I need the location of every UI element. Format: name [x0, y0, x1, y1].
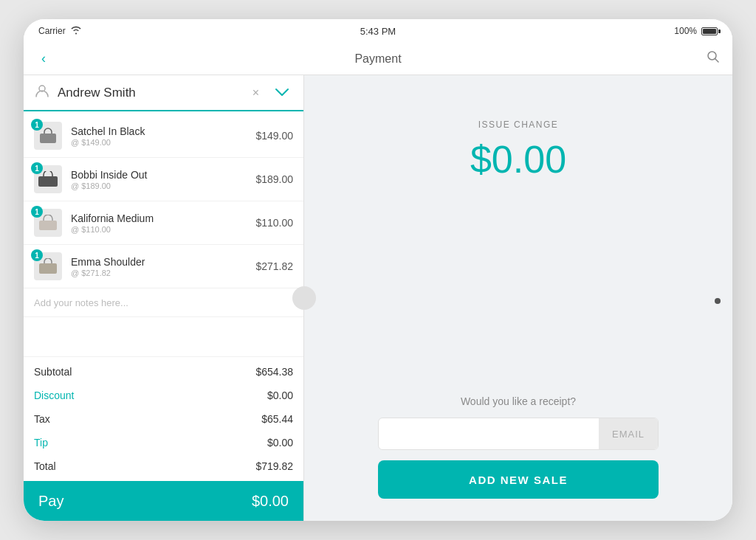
item-info: Satchel In Black @ $149.00 — [71, 125, 247, 147]
issue-change-label: ISSUE CHANGE — [478, 120, 559, 130]
total-value: $719.82 — [255, 460, 293, 472]
item-name: Kalifornia Medium — [71, 212, 247, 224]
battery-icon — [701, 27, 718, 35]
total-row: Total $719.82 — [24, 454, 303, 478]
customer-bar: Andrew Smith × — [24, 75, 303, 111]
search-icon[interactable] — [706, 49, 721, 68]
svg-rect-6 — [39, 263, 57, 274]
tax-value: $65.44 — [261, 413, 293, 425]
item-thumbnail: 1 — [34, 122, 62, 150]
item-qty-badge: 1 — [31, 249, 43, 261]
customer-icon — [34, 83, 50, 103]
discount-row: Discount $0.00 — [24, 384, 303, 407]
tip-row: Tip $0.00 — [24, 431, 303, 454]
battery-label: 100% — [674, 26, 697, 36]
status-time: 5:43 PM — [360, 26, 396, 37]
list-item: 1 Satchel In Black @ $149.00 $149.00 — [24, 114, 303, 158]
item-qty-badge: 1 — [31, 119, 43, 131]
status-bar: Carrier 5:43 PM 100% — [24, 19, 732, 43]
dot-indicator — [715, 298, 721, 304]
item-thumbnail: 1 — [34, 209, 62, 237]
add-new-sale-button[interactable]: ADD NEW SALE — [378, 460, 659, 499]
list-item: 1 Kalifornia Medium @ $110.00 $110.00 — [24, 201, 303, 245]
pay-amount: $0.00 — [252, 493, 289, 510]
item-info: Kalifornia Medium @ $110.00 — [71, 212, 247, 234]
list-item: 1 Emma Shoulder @ $271.82 $271.82 — [24, 245, 303, 288]
svg-rect-5 — [39, 221, 57, 230]
nav-bar: ‹ Payment — [24, 43, 732, 75]
notes-placeholder: Add your notes here... — [34, 297, 128, 308]
left-panel: Andrew Smith × — [24, 75, 304, 521]
subtotal-row: Subtotal $654.38 — [24, 360, 303, 384]
list-item: 1 Bobbi Inside Out @ $189.00 $189.00 — [24, 158, 303, 201]
items-list: 1 Satchel In Black @ $149.00 $149.00 — [24, 111, 303, 356]
item-name: Emma Shoulder — [71, 256, 247, 268]
item-sub: @ $149.00 — [71, 138, 247, 147]
change-section: ISSUE CHANGE $0.00 — [470, 120, 566, 181]
tax-row: Tax $65.44 — [24, 407, 303, 431]
item-info: Bobbi Inside Out @ $189.00 — [71, 169, 247, 190]
status-left: Carrier — [38, 26, 82, 37]
carrier-label: Carrier — [38, 26, 66, 36]
item-price: $149.00 — [255, 130, 293, 142]
wifi-icon — [70, 26, 82, 37]
total-label: Total — [34, 460, 56, 472]
svg-rect-3 — [40, 134, 56, 143]
right-panel: ISSUE CHANGE $0.00 Would you like a rece… — [304, 75, 732, 521]
main-content: Andrew Smith × — [24, 75, 732, 521]
email-row: EMAIL — [378, 418, 659, 450]
item-price: $189.00 — [255, 173, 293, 185]
side-handle — [292, 286, 316, 310]
item-name: Bobbi Inside Out — [71, 169, 247, 181]
tax-label: Tax — [34, 413, 50, 425]
pay-label: Pay — [38, 493, 63, 510]
item-qty-badge: 1 — [31, 206, 43, 218]
item-qty-badge: 1 — [31, 162, 43, 174]
item-thumbnail: 1 — [34, 252, 62, 280]
item-name: Satchel In Black — [71, 125, 247, 137]
item-sub: @ $189.00 — [71, 181, 247, 190]
item-price: $110.00 — [255, 217, 293, 229]
subtotal-label: Subtotal — [34, 366, 72, 378]
status-right: 100% — [674, 26, 718, 36]
subtotal-value: $654.38 — [255, 366, 293, 378]
back-button[interactable]: ‹ — [35, 48, 52, 69]
tip-label[interactable]: Tip — [34, 437, 48, 449]
nav-title: Payment — [354, 52, 401, 66]
pay-button[interactable]: Pay $0.00 — [24, 481, 303, 521]
change-amount: $0.00 — [470, 137, 566, 181]
tip-value: $0.00 — [267, 437, 293, 449]
email-input[interactable] — [379, 418, 599, 449]
item-price: $271.82 — [255, 260, 293, 272]
notes-area: Add your notes here... — [24, 288, 303, 317]
item-thumbnail: 1 — [34, 165, 62, 193]
discount-label[interactable]: Discount — [34, 390, 74, 401]
svg-rect-4 — [38, 176, 58, 187]
receipt-question: Would you like a receipt? — [461, 395, 576, 407]
svg-line-1 — [715, 59, 719, 63]
receipt-section: Would you like a receipt? EMAIL ADD NEW … — [326, 395, 710, 499]
customer-name: Andrew Smith — [58, 86, 241, 100]
totals-section: Subtotal $654.38 Discount $0.00 Tax $65.… — [24, 356, 303, 481]
customer-expand-button[interactable] — [271, 83, 293, 102]
discount-value: $0.00 — [267, 390, 293, 401]
email-button[interactable]: EMAIL — [599, 418, 658, 449]
tablet-frame: Carrier 5:43 PM 100% ‹ Payment — [24, 19, 732, 521]
item-info: Emma Shoulder @ $271.82 — [71, 256, 247, 277]
item-sub: @ $271.82 — [71, 269, 247, 277]
item-sub: @ $110.00 — [71, 225, 247, 234]
customer-close-button[interactable]: × — [248, 85, 264, 101]
